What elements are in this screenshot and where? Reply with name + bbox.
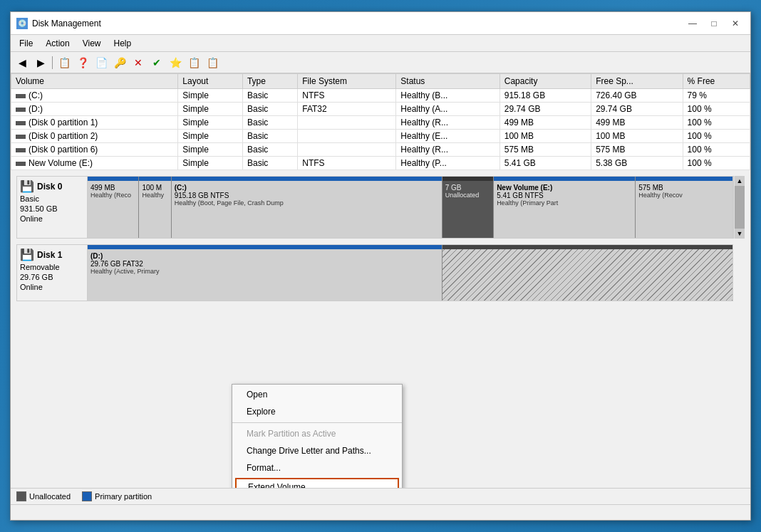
- toolbar-btn-key[interactable]: 🔑: [111, 55, 128, 71]
- legend-unallocated-label: Unallocated: [29, 492, 71, 501]
- cell-layout: Simple: [178, 116, 243, 130]
- disk1-name: Disk 1: [37, 250, 62, 260]
- scrollbar-right[interactable]: ▲ ▼: [733, 176, 745, 239]
- toolbar-btn-copy[interactable]: 📋: [185, 55, 202, 71]
- disk1-scrollbar-spacer: [733, 244, 745, 301]
- ctx-format[interactable]: Format...: [232, 459, 402, 476]
- disk0-status: Online: [20, 214, 84, 223]
- disk1-partitions: (D:) 29.76 GB FAT32 Healthy (Active, Pri…: [88, 244, 733, 301]
- disk0-part-e[interactable]: New Volume (E:) 5.41 GB NTFS Healthy (Pr…: [494, 177, 636, 238]
- cell-pct: 100 %: [683, 116, 750, 130]
- cell-type: Basic: [242, 103, 297, 116]
- col-type[interactable]: Type: [242, 74, 297, 89]
- title-bar-left: 💿 Disk Management: [16, 18, 101, 29]
- disk0-unallocated[interactable]: 7 GB Unallocated: [442, 177, 494, 238]
- toolbar-btn-star[interactable]: ⭐: [167, 55, 184, 71]
- cell-volume: (D:): [11, 103, 178, 116]
- col-pct[interactable]: % Free: [683, 74, 750, 89]
- disk0-name: Disk 0: [37, 182, 62, 192]
- cell-layout: Simple: [178, 157, 243, 170]
- cell-fs: FAT32: [298, 103, 396, 116]
- back-button[interactable]: ◀: [14, 55, 31, 71]
- table-row[interactable]: (Disk 0 partition 1) Simple Basic Health…: [11, 116, 750, 130]
- toolbar-btn-list[interactable]: 📋: [56, 55, 73, 71]
- menu-file[interactable]: File: [14, 37, 38, 50]
- menu-view[interactable]: View: [77, 37, 107, 50]
- disk1-info: 💾 Disk 1 Removable 29.76 GB Online: [16, 244, 88, 301]
- disk0-part-575[interactable]: 575 MB Healthy (Recov: [636, 177, 732, 238]
- col-status[interactable]: Status: [396, 74, 499, 89]
- cell-free: 100 MB: [591, 130, 683, 143]
- cell-type: Basic: [242, 143, 297, 157]
- forward-button[interactable]: ▶: [32, 55, 49, 71]
- context-menu: Open Explore Mark Partition as Active Ch…: [232, 384, 403, 488]
- menu-help[interactable]: Help: [108, 37, 138, 50]
- cell-fs: [298, 143, 396, 157]
- legend-unallocated: Unallocated: [16, 491, 71, 501]
- cell-free: 726.40 GB: [591, 89, 683, 103]
- cell-volume: (Disk 0 partition 2): [11, 130, 178, 143]
- disk0-row: 💾 Disk 0 Basic 931.50 GB Online 499 MB H…: [16, 176, 745, 239]
- disk-area: 💾 Disk 0 Basic 931.50 GB Online 499 MB H…: [11, 170, 750, 488]
- disk-management-window: 💿 Disk Management — □ ✕ File Action View…: [10, 11, 751, 521]
- cell-volume: New Volume (E:): [11, 157, 178, 170]
- table-row[interactable]: (C:) Simple Basic NTFS Healthy (B... 915…: [11, 89, 750, 103]
- cell-pct: 100 %: [683, 143, 750, 157]
- cell-status: Healthy (P...: [396, 157, 499, 170]
- disk0-part3[interactable]: (C:) 915.18 GB NTFS Healthy (Boot, Page …: [172, 177, 442, 238]
- cell-capacity: 29.74 GB: [499, 103, 591, 116]
- menu-bar: File Action View Help: [11, 35, 750, 52]
- title-controls: — □ ✕: [683, 16, 745, 31]
- col-capacity[interactable]: Capacity: [499, 74, 591, 89]
- cell-layout: Simple: [178, 89, 243, 103]
- volume-table-container: Volume Layout Type File System Status Ca…: [11, 73, 750, 170]
- disk1-unallocated[interactable]: [442, 245, 732, 301]
- disk1-part-d[interactable]: (D:) 29.76 GB FAT32 Healthy (Active, Pri…: [88, 245, 442, 301]
- toolbar-btn-help[interactable]: ❓: [74, 55, 91, 71]
- toolbar-btn-props[interactable]: 📄: [93, 55, 110, 71]
- disk1-size: 29.76 GB: [20, 273, 84, 281]
- ctx-mark-active: Mark Partition as Active: [232, 425, 402, 442]
- disk0-size: 931.50 GB: [20, 204, 84, 213]
- col-volume[interactable]: Volume: [11, 74, 178, 89]
- cell-capacity: 915.18 GB: [499, 89, 591, 103]
- table-row[interactable]: New Volume (E:) Simple Basic NTFS Health…: [11, 157, 750, 170]
- toolbar-btn-delete[interactable]: ✕: [130, 55, 147, 71]
- minimize-button[interactable]: —: [683, 16, 702, 31]
- cell-type: Basic: [242, 157, 297, 170]
- menu-action[interactable]: Action: [40, 37, 75, 50]
- cell-volume: (Disk 0 partition 1): [11, 116, 178, 130]
- disk0-part2[interactable]: 100 M Healthy: [139, 177, 171, 238]
- ctx-explore[interactable]: Explore: [232, 403, 402, 420]
- ctx-extend-volume[interactable]: Extend Volume...: [237, 479, 398, 488]
- ctx-change-letter[interactable]: Change Drive Letter and Paths...: [232, 442, 402, 459]
- cell-fs: [298, 116, 396, 130]
- table-row[interactable]: (Disk 0 partition 6) Simple Basic Health…: [11, 143, 750, 157]
- cell-capacity: 499 MB: [499, 116, 591, 130]
- disk1-type: Removable: [20, 263, 84, 271]
- cell-fs: NTFS: [298, 89, 396, 103]
- cell-status: Healthy (A...: [396, 103, 499, 116]
- cell-capacity: 5.41 GB: [499, 157, 591, 170]
- cell-pct: 79 %: [683, 89, 750, 103]
- toolbar-btn-check[interactable]: ✔: [148, 55, 165, 71]
- table-row[interactable]: (Disk 0 partition 2) Simple Basic Health…: [11, 130, 750, 143]
- disk0-part1[interactable]: 499 MB Healthy (Reco: [88, 177, 139, 238]
- cell-status: Healthy (B...: [396, 89, 499, 103]
- cell-layout: Simple: [178, 143, 243, 157]
- close-button[interactable]: ✕: [726, 16, 745, 31]
- ctx-open[interactable]: Open: [232, 386, 402, 403]
- cell-capacity: 100 MB: [499, 130, 591, 143]
- toolbar-btn-paste[interactable]: 📋: [204, 55, 221, 71]
- cell-free: 5.38 GB: [591, 157, 683, 170]
- maximize-button[interactable]: □: [705, 16, 723, 31]
- col-free[interactable]: Free Sp...: [591, 74, 683, 89]
- cell-volume: (C:): [11, 89, 178, 103]
- col-fs[interactable]: File System: [298, 74, 396, 89]
- toolbar-separator-1: [52, 56, 53, 69]
- col-layout[interactable]: Layout: [178, 74, 243, 89]
- table-row[interactable]: (D:) Simple Basic FAT32 Healthy (A... 29…: [11, 103, 750, 116]
- cell-layout: Simple: [178, 103, 243, 116]
- legend-unallocated-box: [16, 491, 26, 501]
- main-content: Volume Layout Type File System Status Ca…: [11, 73, 750, 504]
